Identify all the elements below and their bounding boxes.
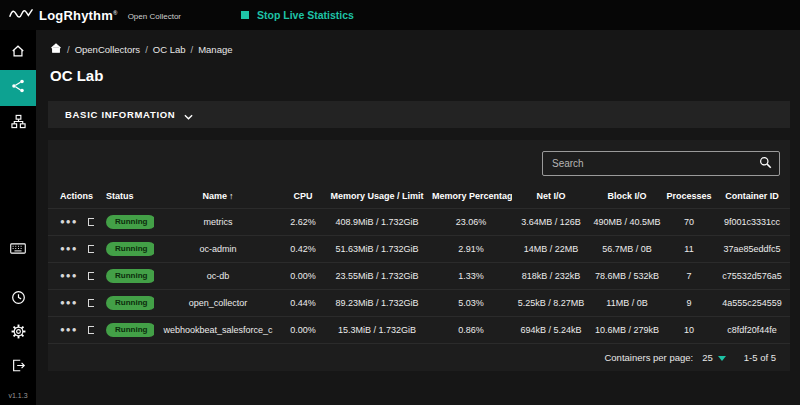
search-row xyxy=(48,140,790,183)
memory-value: 51.63MiB / 1.732GiB xyxy=(324,236,430,263)
processes-value: 70 xyxy=(664,209,714,236)
chevron-down-icon xyxy=(184,106,193,124)
container-id-value: 9f001c3331cc xyxy=(714,209,790,236)
search-box xyxy=(542,151,780,176)
net-io-value: 818kB / 232kB xyxy=(512,263,590,290)
pagination-range: 1-5 of 5 xyxy=(744,352,776,363)
memory-pct-value: 2.91% xyxy=(430,236,512,263)
block-io-value: 11MB / 0B xyxy=(590,290,664,317)
column-header-net-io: Net I/O xyxy=(512,183,590,209)
cpu-value: 0.00% xyxy=(282,263,324,290)
more-options-icon[interactable]: ●●● xyxy=(60,299,78,307)
stop-live-statistics-label: Stop Live Statistics xyxy=(257,9,354,21)
container-name: open_collector xyxy=(154,290,282,317)
column-header-name[interactable]: Name↑ xyxy=(154,183,282,209)
stop-container-icon[interactable] xyxy=(88,218,95,226)
column-header-block-io: Block I/O xyxy=(590,183,664,209)
sidebar-item-settings[interactable] xyxy=(0,316,36,350)
hierarchy-icon xyxy=(11,114,26,133)
containers-table: Actions Status Name↑ CPU Memory Usage / … xyxy=(48,183,790,343)
memory-pct-value: 23.06% xyxy=(430,209,512,236)
container-id-value: c8fdf20f44fe xyxy=(714,317,790,344)
sidebar-item-home[interactable] xyxy=(0,36,36,70)
memory-value: 89.23MiB / 1.732GiB xyxy=(324,290,430,317)
brand-name: LogRhythm® xyxy=(39,8,118,23)
memory-value: 408.9MiB / 1.732GiB xyxy=(324,209,430,236)
clock-icon xyxy=(11,290,26,309)
net-io-value: 14MB / 22MB xyxy=(512,236,590,263)
trademark-symbol: ® xyxy=(113,9,118,15)
collector-flow-icon xyxy=(10,78,26,98)
status-badge: Running xyxy=(106,215,154,229)
block-io-value: 490MB / 40.5MB xyxy=(590,209,664,236)
stop-icon xyxy=(241,11,249,19)
sort-ascending-icon: ↑ xyxy=(229,191,234,201)
sidebar-item-pipelines[interactable] xyxy=(0,106,36,140)
container-id-value: 4a555c254559 xyxy=(714,290,790,317)
page-title: OC Lab xyxy=(50,67,800,84)
column-header-memory-percentage: Memory Percentage xyxy=(430,183,512,209)
net-io-value: 5.25kB / 8.27MB xyxy=(512,290,590,317)
brand-subtitle: Open Collector xyxy=(128,9,181,21)
stop-live-statistics-button[interactable]: Stop Live Statistics xyxy=(241,9,354,21)
gear-icon xyxy=(11,324,26,343)
status-badge: Running xyxy=(106,269,154,283)
column-header-cpu: CPU xyxy=(282,183,324,209)
table-row: ●●● Running oc-admin 0.42% 51.63MiB / 1.… xyxy=(48,236,790,263)
net-io-value: 3.64MB / 126B xyxy=(512,209,590,236)
more-options-icon[interactable]: ●●● xyxy=(60,272,78,280)
breadcrumb-home-icon[interactable] xyxy=(50,42,62,56)
search-input[interactable] xyxy=(550,157,753,170)
container-id-value: 37ae85eddfc5 xyxy=(714,236,790,263)
sidebar-item-open-collectors[interactable] xyxy=(0,70,36,106)
version-label: v1.1.3 xyxy=(8,384,27,405)
container-name: metrics xyxy=(154,209,282,236)
page-size-value: 25 xyxy=(702,352,713,363)
more-options-icon[interactable]: ●●● xyxy=(60,326,78,334)
column-header-status: Status xyxy=(94,183,154,209)
table-row: ●●● Running oc-db 0.00% 23.55MiB / 1.732… xyxy=(48,263,790,290)
status-badge: Running xyxy=(106,242,154,256)
basic-information-section-toggle[interactable]: BASIC INFORMATION xyxy=(48,101,790,128)
stop-container-icon[interactable] xyxy=(88,272,95,280)
page-size-select[interactable]: 25 xyxy=(702,352,726,363)
top-bar: LogRhythm® Open Collector Stop Live Stat… xyxy=(0,0,800,30)
column-header-memory: Memory Usage / Limit xyxy=(324,183,430,209)
breadcrumb-item-opencollectors[interactable]: OpenCollectors xyxy=(75,44,140,55)
block-io-value: 10.6MB / 279kB xyxy=(590,317,664,344)
table-header-row: Actions Status Name↑ CPU Memory Usage / … xyxy=(48,183,790,209)
stop-container-icon[interactable] xyxy=(88,299,95,307)
memory-value: 23.55MiB / 1.732GiB xyxy=(324,263,430,290)
breadcrumb-item-manage[interactable]: Manage xyxy=(198,44,232,55)
table-row: ●●● Running open_collector 0.44% 89.23Mi… xyxy=(48,290,790,317)
breadcrumb-separator: / xyxy=(67,44,70,55)
stop-container-icon[interactable] xyxy=(88,326,95,334)
basic-information-label: BASIC INFORMATION xyxy=(65,109,175,120)
keyboard-icon xyxy=(10,240,26,258)
cpu-value: 0.00% xyxy=(282,317,324,344)
search-icon[interactable] xyxy=(759,155,772,173)
container-name: oc-db xyxy=(154,263,282,290)
sidebar-item-logout[interactable] xyxy=(0,350,36,384)
more-options-icon[interactable]: ●●● xyxy=(60,218,78,226)
caret-down-icon xyxy=(718,352,726,363)
app-shell: v1.1.3 / OpenCollectors / OC Lab / Manag… xyxy=(0,30,800,405)
breadcrumb-separator: / xyxy=(191,44,194,55)
breadcrumb-item-oc-lab[interactable]: OC Lab xyxy=(153,44,186,55)
cpu-value: 2.62% xyxy=(282,209,324,236)
column-header-processes: Processes xyxy=(664,183,714,209)
stop-container-icon[interactable] xyxy=(88,245,95,253)
more-options-icon[interactable]: ●●● xyxy=(60,245,78,253)
cpu-value: 0.42% xyxy=(282,236,324,263)
memory-value: 15.3MiB / 1.732GiB xyxy=(324,317,430,344)
sidebar-item-history[interactable] xyxy=(0,282,36,316)
column-header-container-id: Container ID xyxy=(714,183,790,209)
block-io-value: 56.7MB / 0B xyxy=(590,236,664,263)
processes-value: 11 xyxy=(664,236,714,263)
memory-pct-value: 1.33% xyxy=(430,263,512,290)
net-io-value: 694kB / 5.24kB xyxy=(512,317,590,344)
sidebar-item-keyboard[interactable] xyxy=(0,232,36,266)
status-badge: Running xyxy=(106,323,154,337)
logout-icon xyxy=(11,358,26,377)
status-badge: Running xyxy=(106,296,154,310)
